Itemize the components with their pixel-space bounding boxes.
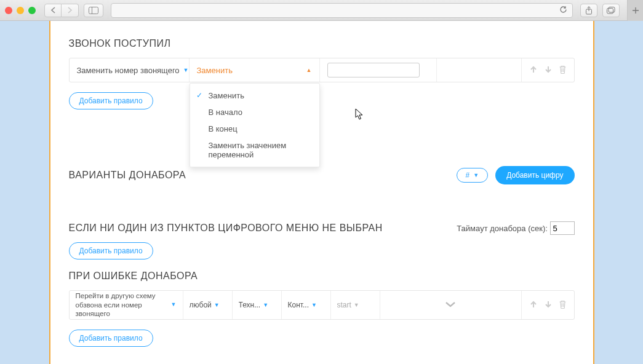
hash-label: # <box>466 171 470 180</box>
move-down-icon[interactable] <box>544 300 553 311</box>
new-tab-button[interactable] <box>627 0 643 21</box>
timeout-input[interactable] <box>550 221 575 235</box>
error-col5-label: start <box>337 301 351 309</box>
error-col4-label: Конт... <box>288 301 309 309</box>
chevron-up-icon: ▲ <box>306 67 312 73</box>
close-window-icon[interactable] <box>5 7 12 14</box>
address-bar[interactable] <box>111 3 573 18</box>
hash-selector[interactable]: # ▼ <box>457 168 489 183</box>
error-scheme-label: Перейти в другую схему обзвона если номе… <box>76 291 169 318</box>
add-digit-button[interactable]: Добавить цифру <box>495 166 574 184</box>
rule-mode-label: Заменить <box>197 66 233 75</box>
move-down-icon[interactable] <box>544 65 553 76</box>
content-card: ЗВОНОК ПОСТУПИЛ Заменить номер звонящего… <box>49 21 594 364</box>
no-option-header: ЕСЛИ НИ ОДИН ИЗ ПУНКТОВ ЦИФРОВОГО МЕНЮ Н… <box>69 221 575 235</box>
rule-value-input[interactable] <box>327 63 420 77</box>
share-button[interactable] <box>580 4 597 17</box>
move-up-icon[interactable] <box>529 300 538 311</box>
dropdown-option[interactable]: В конец <box>190 121 319 137</box>
rule-action-label: Заменить номер звонящего <box>77 66 180 75</box>
window-controls <box>5 7 36 14</box>
delete-icon[interactable] <box>559 300 567 311</box>
page-viewport: ЗВОНОК ПОСТУПИЛ Заменить номер звонящего… <box>0 21 643 364</box>
chevron-down-icon: ▼ <box>354 302 359 308</box>
add-rule-button[interactable]: Добавить правило <box>69 330 153 347</box>
error-match-select[interactable]: любой ▼ <box>183 291 233 319</box>
chevron-down-icon: ▼ <box>171 301 177 308</box>
tabs-button[interactable] <box>602 4 620 17</box>
section-incoming-title: ЗВОНОК ПОСТУПИЛ <box>69 38 575 49</box>
error-actions <box>521 291 574 319</box>
section-no-option-title: ЕСЛИ НИ ОДИН ИЗ ПУНКТОВ ЦИФРОВОГО МЕНЮ Н… <box>69 223 383 234</box>
chevron-down-icon: ▼ <box>214 302 220 308</box>
section-on-error-title: ПРИ ОШИБКЕ ДОНАБОРА <box>69 271 575 282</box>
chevron-down-icon: ▼ <box>311 302 317 308</box>
back-button[interactable] <box>44 4 62 17</box>
error-rule-row: Перейти в другую схему обзвона если номе… <box>69 290 575 320</box>
section-variants-title: ВАРИАНТЫ ДОНАБОРА <box>69 170 186 181</box>
error-match-label: любой <box>190 301 212 309</box>
svg-rect-4 <box>609 7 615 12</box>
delete-icon[interactable] <box>559 65 567 76</box>
svg-rect-0 <box>89 7 98 14</box>
add-rule-button[interactable]: Добавить правило <box>69 92 153 109</box>
move-up-icon[interactable] <box>529 65 538 76</box>
error-scheme-select[interactable]: Перейти в другую схему обзвона если номе… <box>70 291 183 319</box>
dropdown-option[interactable]: В начало <box>190 104 319 121</box>
svg-rect-3 <box>607 8 613 14</box>
timeout-label: Таймаут донабора (сек): <box>457 224 548 233</box>
rule-mode-dropdown: Заменить В начало В конец Заменить значе… <box>190 83 320 167</box>
chevron-down-icon: ▼ <box>473 172 479 178</box>
chevron-down-icon: ▼ <box>183 67 189 73</box>
error-col3-label: Техн... <box>239 301 261 309</box>
error-col3-select[interactable]: Техн... ▼ <box>233 291 282 319</box>
rule-row: Заменить номер звонящего ▼ Заменить ▲ <box>69 58 575 82</box>
dropdown-option[interactable]: Заменить <box>190 87 319 104</box>
error-expand[interactable] <box>380 291 521 319</box>
forward-button[interactable] <box>62 4 79 17</box>
rule-actions <box>521 58 574 82</box>
reload-icon[interactable] <box>559 6 567 15</box>
error-col5-select[interactable]: start ▼ <box>331 291 380 319</box>
rule-spacer <box>437 58 521 82</box>
add-rule-button[interactable]: Добавить правило <box>69 242 153 259</box>
error-col4-select[interactable]: Конт... ▼ <box>282 291 331 319</box>
rule-value-cell <box>320 58 437 82</box>
maximize-window-icon[interactable] <box>28 7 36 14</box>
variants-header: ВАРИАНТЫ ДОНАБОРА # ▼ Добавить цифру <box>69 166 575 184</box>
sidebar-toggle-button[interactable] <box>84 4 103 17</box>
rule-mode-select[interactable]: Заменить ▲ <box>190 58 320 82</box>
browser-toolbar <box>0 0 643 21</box>
chevron-down-icon: ▼ <box>263 302 268 308</box>
dropdown-option[interactable]: Заменить значением переменной <box>190 137 319 163</box>
chevron-down-icon <box>445 300 456 310</box>
minimize-window-icon[interactable] <box>17 7 24 14</box>
rule-action-select[interactable]: Заменить номер звонящего ▼ <box>70 58 190 82</box>
